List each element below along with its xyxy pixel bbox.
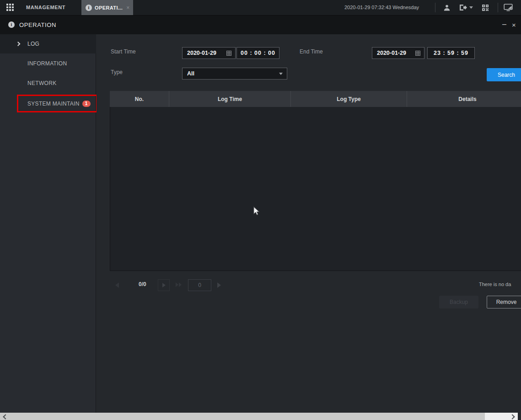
- info-icon: [86, 5, 92, 11]
- sidebar-item-network[interactable]: NETWORK: [0, 75, 96, 91]
- start-time-field[interactable]: 00 : 00 : 00: [236, 47, 279, 59]
- end-time-field[interactable]: 23 : 59 : 59: [427, 47, 475, 59]
- sidebar: LOG INFORMATION NETWORK SYSTEM MAINTAIN1: [0, 34, 96, 413]
- log-table: No. Log Time Log Type Details: [110, 91, 521, 271]
- calendar-icon: [415, 50, 421, 56]
- display-icon[interactable]: [504, 0, 513, 15]
- search-button[interactable]: Search: [487, 68, 521, 81]
- taskbar: MANAGEMENT OPERATI... × 2020-01-29 07:32…: [0, 0, 521, 16]
- notification-badge: 1: [82, 101, 91, 107]
- column-header-log-type: Log Type: [291, 91, 407, 107]
- chevron-down-icon: [279, 73, 283, 75]
- log-panel: Start Time 2020-01-29 00 : 00 : 00 End T…: [97, 34, 521, 413]
- user-icon[interactable]: [443, 0, 451, 15]
- type-dropdown[interactable]: All: [182, 68, 287, 80]
- previous-page-icon[interactable]: [115, 282, 119, 288]
- scrollbar-corner: [518, 413, 521, 420]
- application-window: MANAGEMENT OPERATI... × 2020-01-29 07:32…: [0, 0, 521, 420]
- sidebar-item-log[interactable]: LOG: [0, 34, 96, 53]
- page-indicator: 0/0: [139, 281, 146, 287]
- logout-caret-icon: [469, 6, 473, 9]
- tab-operation-label: OPERATI...: [95, 5, 123, 11]
- column-header-log-time: Log Time: [169, 91, 291, 107]
- apps-grid-icon[interactable]: [6, 4, 14, 11]
- next-page-button[interactable]: [158, 279, 170, 291]
- scroll-right-icon[interactable]: [510, 414, 515, 419]
- window-header: OPERATION – ×: [0, 16, 521, 34]
- start-time-label: Start Time: [111, 48, 136, 55]
- goto-page-input[interactable]: [188, 279, 211, 291]
- no-data-message: There is no da: [479, 282, 511, 287]
- taskbar-divider: [498, 3, 498, 12]
- next-page-icon: [162, 283, 166, 287]
- end-date-field[interactable]: 2020-01-29: [372, 47, 424, 59]
- tab-close-icon[interactable]: ×: [126, 5, 129, 11]
- tab-operation[interactable]: OPERATI... ×: [81, 0, 133, 15]
- logout-icon[interactable]: [459, 0, 473, 15]
- chevron-right-icon: [16, 42, 21, 46]
- info-icon: [8, 21, 15, 28]
- jump-page-icon[interactable]: [176, 282, 182, 287]
- datetime-display: 2020-01-29 07:32:43 Wednesday: [344, 0, 419, 15]
- type-label: Type: [111, 69, 123, 75]
- end-time-label: End Time: [300, 48, 323, 55]
- go-to-page-icon[interactable]: [217, 282, 221, 288]
- page-title: OPERATION: [19, 16, 56, 34]
- remove-button[interactable]: Remove: [487, 296, 521, 308]
- column-header-details: Details: [407, 91, 521, 107]
- close-button[interactable]: ×: [510, 16, 518, 34]
- backup-button[interactable]: Backup: [439, 296, 478, 308]
- tab-management[interactable]: MANAGEMENT: [26, 0, 65, 15]
- table-body-empty: [110, 107, 521, 271]
- calendar-icon: [226, 50, 232, 56]
- table-header-row: No. Log Time Log Type Details: [110, 91, 521, 107]
- horizontal-scrollbar[interactable]: [0, 413, 521, 420]
- taskbar-divider: [435, 3, 435, 12]
- minimize-button[interactable]: –: [500, 16, 508, 34]
- column-header-no: No.: [110, 91, 169, 107]
- sidebar-item-information[interactable]: INFORMATION: [0, 55, 96, 72]
- start-date-field[interactable]: 2020-01-29: [182, 47, 236, 59]
- qr-code-icon[interactable]: [482, 0, 489, 15]
- sidebar-item-system-maintain[interactable]: SYSTEM MAINTAIN1: [0, 95, 96, 113]
- scrollbar-thumb[interactable]: [0, 413, 485, 420]
